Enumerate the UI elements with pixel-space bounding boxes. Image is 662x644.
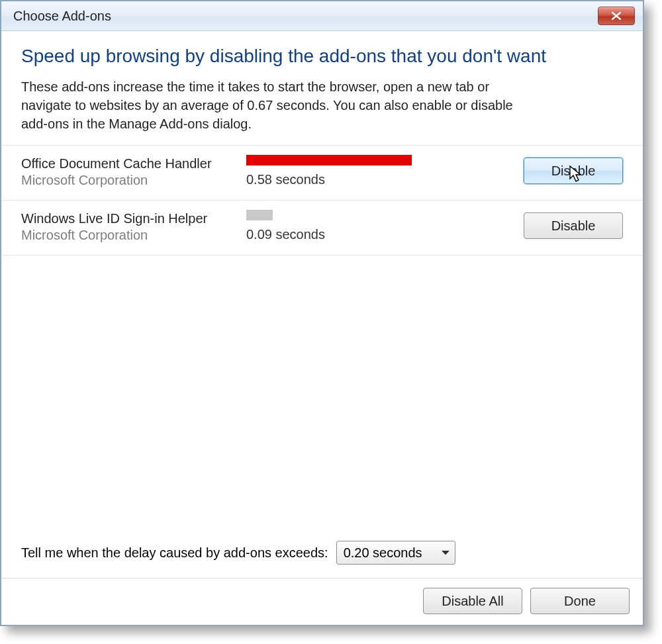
header-block: Speed up browsing by disabling the add-o… [1,31,643,145]
page-heading: Speed up browsing by disabling the add-o… [21,46,623,67]
dialog-content: Speed up browsing by disabling the add-o… [1,31,643,625]
load-bar [246,210,412,220]
dialog-choose-addons: Choose Add-ons Speed up browsing by disa… [0,0,644,626]
addon-action: Disable [432,208,623,239]
disable-button[interactable]: Disable [524,158,623,184]
dialog-footer: Disable All Done [1,578,643,625]
load-bar [246,155,412,165]
done-button[interactable]: Done [530,588,630,614]
load-time: 0.58 seconds [246,172,432,187]
addon-publisher: Microsoft Corporation [21,173,246,188]
addon-row: Windows Live ID Sign-in Helper Microsoft… [1,201,643,255]
titlebar: Choose Add-ons [1,1,643,31]
close-icon [611,11,622,21]
addon-info: Office Document Cache Handler Microsoft … [21,154,246,188]
delay-threshold-label: Tell me when the delay caused by add-ons… [21,545,328,561]
page-description: These add-ons increase the time it takes… [21,77,524,133]
close-button[interactable] [598,7,635,25]
disable-button[interactable]: Disable [524,212,623,239]
delay-threshold-select[interactable]: 0.20 seconds [336,541,455,565]
addon-row: Office Document Cache Handler Microsoft … [1,146,643,201]
delay-threshold-value: 0.20 seconds [344,545,422,561]
addon-meter: 0.58 seconds [246,154,432,187]
chevron-down-icon [442,550,449,555]
addon-meter: 0.09 seconds [246,208,432,242]
load-bar-fill [246,155,412,165]
disable-all-button[interactable]: Disable All [423,588,522,614]
addon-name: Office Document Cache Handler [21,156,246,171]
addon-name: Windows Live ID Sign-in Helper [21,211,246,226]
spacer [1,255,643,534]
load-bar-fill [246,210,273,220]
addon-action: Disable [432,154,623,184]
addon-info: Windows Live ID Sign-in Helper Microsoft… [21,208,246,243]
addon-list: Office Document Cache Handler Microsoft … [1,145,643,255]
addon-publisher: Microsoft Corporation [21,228,246,243]
delay-threshold-row: Tell me when the delay caused by add-ons… [1,534,643,578]
window-title: Choose Add-ons [13,9,598,24]
load-time: 0.09 seconds [246,227,432,242]
